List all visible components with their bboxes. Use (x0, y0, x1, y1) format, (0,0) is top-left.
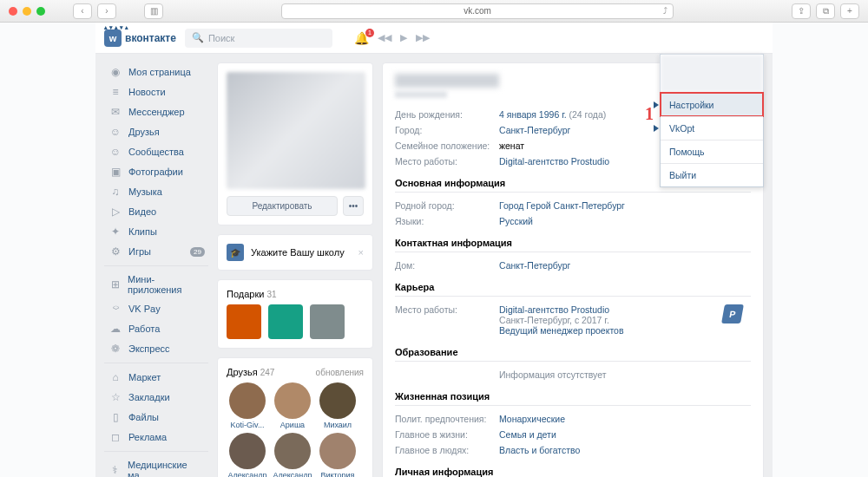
info-value[interactable]: Русский (499, 216, 533, 226)
sidebar-label: Маркет (128, 372, 161, 382)
sidebar-icon: ▯ (109, 411, 122, 423)
friend-item[interactable]: Koti-Giv... (227, 382, 268, 429)
info-row: Языки:Русский (395, 213, 751, 229)
tabs-button[interactable]: ⧉ (816, 3, 835, 19)
sidebar-item[interactable]: ⌂Маркет (104, 368, 208, 387)
info-label: Родной город: (395, 200, 499, 211)
sidebar-icon: ☆ (109, 391, 122, 403)
info-label: Дом: (395, 260, 499, 271)
info-value[interactable]: Санкт-Петербург (499, 125, 570, 135)
career-position[interactable]: Ведущий менеджер проектов (499, 325, 624, 336)
sidebar-item[interactable]: ✉Мессенджер (104, 102, 208, 121)
friend-item[interactable]: Александр (272, 433, 313, 477)
forward-button[interactable]: › (97, 3, 116, 19)
back-button[interactable]: ‹ (73, 3, 92, 19)
info-value[interactable]: Монархические (499, 414, 565, 424)
sidebar-badge: 29 (190, 247, 205, 257)
sidebar-item[interactable]: ☺Сообщества (104, 142, 208, 161)
gift-item[interactable] (227, 304, 261, 339)
sidebar-item[interactable]: ⚕Медицинские ма... (104, 456, 208, 477)
share-icon[interactable]: ⤴ (663, 6, 667, 16)
sidebar-item[interactable]: ▣Фотографии (104, 162, 208, 181)
sidebar-icon: ⌔ (109, 303, 122, 315)
search-input[interactable]: 🔍 Поиск (185, 29, 332, 48)
sidebar-label: Игры (128, 246, 151, 257)
info-label: Главное в людях: (395, 445, 499, 455)
decoration-flags: ▴▾▴▾▴ (104, 24, 130, 31)
player-play[interactable]: ▶ (400, 32, 407, 43)
dropdown-item[interactable]: Помощь (661, 140, 763, 163)
info-value[interactable]: 4 января 1996 г. (24 года) (499, 109, 606, 120)
share-button[interactable]: ⇪ (792, 3, 811, 19)
gift-item[interactable] (268, 304, 303, 339)
more-button[interactable]: ••• (343, 196, 364, 216)
friend-item[interactable]: Ариша (272, 382, 313, 429)
window-maximize[interactable] (36, 7, 45, 16)
friend-name: Александр (272, 471, 313, 477)
profile-photo[interactable] (227, 72, 365, 189)
sidebar-item[interactable]: ☁Работа (104, 319, 208, 338)
sidebar-label: Экспресс (128, 343, 170, 354)
sidebar-label: Реклама (128, 432, 167, 442)
notifications-icon[interactable]: 🔔1 (354, 31, 369, 45)
section-personal: Личная информация (395, 458, 751, 477)
url-text: vk.com (464, 6, 491, 16)
company-logo[interactable]: P (721, 304, 744, 323)
sidebar-item[interactable]: ♫Музыка (104, 182, 208, 201)
profile-card: Редактировать ••• (217, 62, 373, 225)
new-tab[interactable]: + (840, 3, 859, 19)
dropdown-item[interactable]: Выйти (661, 163, 763, 186)
sidebar-item[interactable]: ◻Реклама (104, 428, 208, 447)
info-value[interactable]: Семья и дети (499, 429, 556, 440)
sidebar-item[interactable]: ▷Видео (104, 202, 208, 221)
profile-status (395, 91, 447, 98)
info-value[interactable]: Власть и богатство (499, 445, 580, 455)
sidebar-label: VK Pay (128, 304, 161, 314)
sidebar-label: Работа (128, 323, 160, 334)
career-company[interactable]: Digital-агентство Prostudio (499, 304, 624, 315)
info-row: Главное в людях:Власть и богатство (395, 442, 751, 458)
music-player: 🔔1 ◀◀ ▶ ▶▶ (354, 31, 430, 45)
dropdown-item[interactable]: VkOpt (661, 116, 763, 140)
sidebar-toggle[interactable]: ▥ (144, 3, 163, 19)
sidebar-item[interactable]: ⊞Мини-приложения (104, 271, 208, 298)
close-icon[interactable]: × (358, 247, 364, 258)
sidebar-item[interactable]: ▯Файлы (104, 408, 208, 427)
browser-chrome: ‹ › ▥ vk.com ⤴ ⇪ ⧉ + (0, 0, 868, 23)
gift-item[interactable] (310, 304, 345, 339)
logo-text: вконтакте (125, 32, 176, 44)
friend-name: Koti-Giv... (227, 421, 268, 429)
profile-name (395, 74, 499, 88)
dropdown-header (661, 55, 763, 93)
sidebar-item[interactable]: ⌔VK Pay (104, 299, 208, 318)
gifts-card: Подарки 31 (217, 279, 373, 349)
player-prev[interactable]: ◀◀ (378, 32, 391, 43)
friend-item[interactable]: Виктория (317, 433, 358, 477)
sidebar-item[interactable]: ☆Закладки (104, 388, 208, 407)
friend-item[interactable]: Александр (227, 433, 268, 477)
info-value[interactable]: Город Герой Санкт-Петербург (499, 200, 625, 211)
vk-logo[interactable]: ▴▾▴▾▴ w вконтакте (104, 29, 176, 47)
friends-updates[interactable]: обновления (316, 368, 364, 377)
player-next[interactable]: ▶▶ (416, 32, 430, 43)
window-close[interactable] (9, 7, 17, 16)
sidebar-item[interactable]: ❁Экспресс (104, 339, 208, 358)
sidebar-item[interactable]: ◉Моя страница (104, 62, 208, 82)
career-work-label: Место работы: (395, 304, 499, 336)
dropdown-item[interactable]: Настройки (661, 93, 763, 116)
url-bar[interactable]: vk.com ⤴ (281, 3, 674, 19)
sidebar-item[interactable]: ⚙Игры29 (104, 242, 208, 261)
friend-item[interactable]: Михаил (317, 382, 358, 429)
sidebar-icon: ✦ (109, 225, 122, 238)
school-prompt[interactable]: 🎓 Укажите Вашу школу × (217, 234, 373, 271)
info-value[interactable]: Санкт-Петербург (499, 260, 570, 271)
sidebar-item[interactable]: ≡Новости (104, 82, 208, 101)
edit-button[interactable]: Редактировать (227, 196, 338, 216)
sidebar-item[interactable]: ☺Друзья (104, 122, 208, 141)
info-label: Главное в жизни: (395, 429, 499, 440)
info-value[interactable]: Digital-агентство Prostudio (499, 156, 609, 167)
sidebar-label: Друзья (128, 127, 160, 137)
sidebar-item[interactable]: ✦Клипы (104, 222, 208, 241)
sidebar-icon: ♫ (109, 186, 122, 198)
window-minimize[interactable] (23, 7, 31, 16)
